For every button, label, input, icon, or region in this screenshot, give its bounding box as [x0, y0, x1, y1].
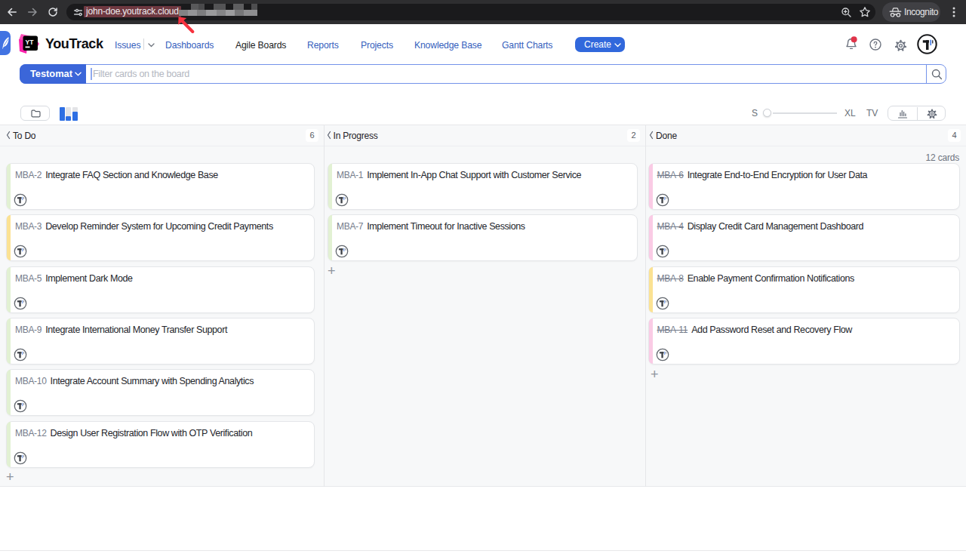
- svg-text:YT: YT: [26, 38, 35, 46]
